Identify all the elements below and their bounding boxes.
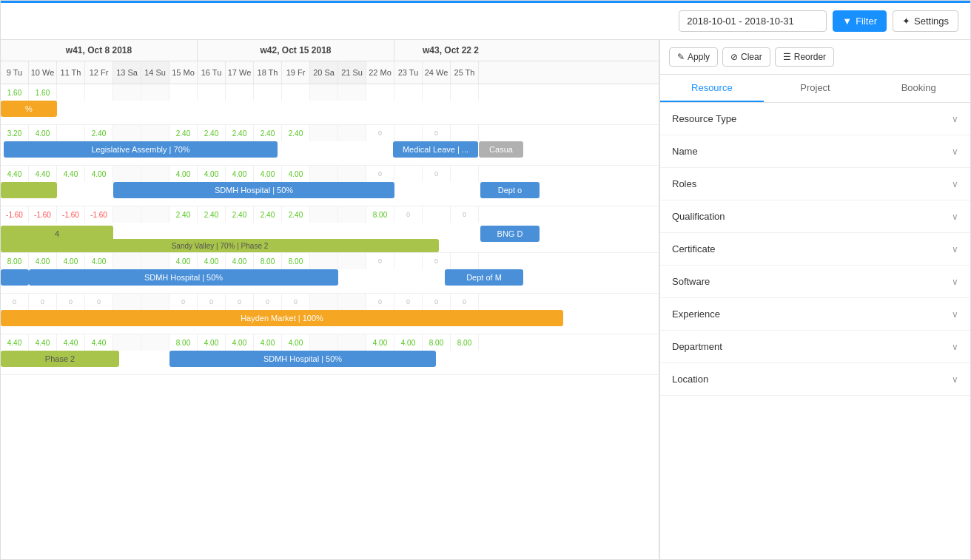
week-cell-w41: w41, Oct 8 2018 <box>1 40 198 61</box>
top-bar: ▼ Filter ✦ Settings <box>1 3 970 40</box>
reorder-button[interactable]: ☰ Reorder <box>775 47 834 67</box>
nums-row-4: -1.60 -1.60 -1.60 -1.60 2.40 2.40 2.40 2… <box>1 206 659 223</box>
gantt-row-6: 0 0 0 0 0 0 0 0 0 0 0 0 0 <box>1 294 659 334</box>
nums-row-3: 4.40 4.40 4.40 4.00 4.00 4.00 4.00 4.00 … <box>1 166 659 182</box>
bars-row-7: Phase 2 SDMH Hospital | 50% <box>1 351 659 374</box>
filter-list: Resource Type ∨ Name ∨ Roles ∨ Qualifica… <box>660 103 970 559</box>
day-row: 9 Tu 10 We 11 Th 12 Fr 13 Sa 14 Su 15 Mo… <box>1 61 659 84</box>
bars-row-2: Legislative Assembly | 70% Medical Leave… <box>1 141 659 165</box>
bar-row5-1[interactable] <box>1 269 29 286</box>
day-12fr: 12 Fr <box>85 61 113 84</box>
chevron-down-icon: ∨ <box>952 212 958 222</box>
filter-item-qualification[interactable]: Qualification ∨ <box>660 200 970 233</box>
gantt-row-7: 4.40 4.40 4.40 4.40 8.00 4.00 4.00 4.00 … <box>1 334 659 375</box>
settings-button[interactable]: ✦ Settings <box>893 10 958 32</box>
bar-row4-bng[interactable]: BNG D <box>480 226 540 242</box>
right-panel: ✎ Apply ⊘ Clear ☰ Reorder Resource P <box>659 40 970 559</box>
bar-row5-sdmh[interactable]: SDMH Hospital | 50% <box>29 269 338 286</box>
bars-row-6: Hayden Market | 100% <box>1 310 659 334</box>
tab-resource[interactable]: Resource <box>660 75 764 102</box>
filter-item-experience[interactable]: Experience ∨ <box>660 298 970 331</box>
day-15mo: 15 Mo <box>169 61 198 84</box>
settings-icon: ✦ <box>902 16 910 27</box>
apply-button[interactable]: ✎ Apply <box>669 47 718 67</box>
gantt-body: 1.60 1.60 % <box>1 84 659 559</box>
bar-row3-dept[interactable]: Dept o <box>480 182 540 198</box>
gantt-row-2: 3.20 4.00 2.40 2.40 2.40 2.40 2.40 2.40 … <box>1 125 659 166</box>
filter-actions: ✎ Apply ⊘ Clear ☰ Reorder <box>660 40 970 75</box>
tab-booking[interactable]: Booking <box>867 75 970 102</box>
bar-row2-medical[interactable]: Medical Leave | ... <box>393 141 478 158</box>
day-18th: 18 Th <box>254 61 282 84</box>
week-cell-w43: w43, Oct 22 2 <box>394 40 507 61</box>
date-range-input[interactable] <box>679 10 827 32</box>
bar-row1-1[interactable]: % <box>1 101 57 117</box>
chevron-down-icon: ∨ <box>952 374 958 385</box>
nums-row-2: 3.20 4.00 2.40 2.40 2.40 2.40 2.40 2.40 … <box>1 125 659 141</box>
day-10we: 10 We <box>29 61 57 84</box>
bar-row5-dept[interactable]: Dept of M <box>445 269 523 286</box>
tab-project[interactable]: Project <box>764 75 867 102</box>
day-16tu: 16 Tu <box>198 61 226 84</box>
day-24we: 24 We <box>423 61 451 84</box>
filter-icon: ▼ <box>842 16 852 27</box>
bar-row4-sandy[interactable]: Sandy Valley | 70% | Phase 2 <box>1 239 439 252</box>
filter-item-resource-type[interactable]: Resource Type ∨ <box>660 103 970 135</box>
nums-row-7: 4.40 4.40 4.40 4.40 8.00 4.00 4.00 4.00 … <box>1 334 659 351</box>
filter-button[interactable]: ▼ Filter <box>833 10 887 32</box>
bar-row2-legislative[interactable]: Legislative Assembly | 70% <box>4 141 278 158</box>
filter-item-location[interactable]: Location ∨ <box>660 363 970 396</box>
chevron-down-icon: ∨ <box>952 342 958 352</box>
reorder-icon: ☰ <box>783 52 791 62</box>
chevron-down-icon: ∨ <box>952 146 958 157</box>
day-23tu: 23 Tu <box>394 61 423 84</box>
apply-icon: ✎ <box>677 52 685 62</box>
clear-icon: ⊘ <box>730 52 738 62</box>
gantt-row-4: -1.60 -1.60 -1.60 -1.60 2.40 2.40 2.40 2… <box>1 206 659 253</box>
gantt-row-1: 1.60 1.60 % <box>1 84 659 125</box>
filter-tabs: Resource Project Booking <box>660 75 970 103</box>
filter-item-department[interactable]: Department ∨ <box>660 331 970 363</box>
chevron-down-icon: ∨ <box>952 277 958 287</box>
chevron-down-icon: ∨ <box>952 244 958 254</box>
main-content: w41, Oct 8 2018 w42, Oct 15 2018 w43, Oc… <box>1 40 970 559</box>
chevron-down-icon: ∨ <box>952 114 958 124</box>
bar-row3-green[interactable] <box>1 182 57 198</box>
week-cell-w42: w42, Oct 15 2018 <box>198 40 394 61</box>
gantt-row-5: 8.00 4.00 4.00 4.00 4.00 4.00 4.00 8.00 … <box>1 253 659 294</box>
day-20sa: 20 Sa <box>310 61 338 84</box>
gantt-row-3: 4.40 4.40 4.40 4.00 4.00 4.00 4.00 4.00 … <box>1 166 659 206</box>
day-22mo: 22 Mo <box>366 61 394 84</box>
nums-row-5: 8.00 4.00 4.00 4.00 4.00 4.00 4.00 8.00 … <box>1 253 659 269</box>
day-19fr: 19 Fr <box>282 61 310 84</box>
app-container: ▼ Filter ✦ Settings w41, Oct 8 2018 w42,… <box>0 0 971 560</box>
day-11th: 11 Th <box>57 61 85 84</box>
gantt-area: w41, Oct 8 2018 w42, Oct 15 2018 w43, Oc… <box>1 40 659 559</box>
gantt-header: w41, Oct 8 2018 w42, Oct 15 2018 w43, Oc… <box>1 40 659 84</box>
nums-row-6: 0 0 0 0 0 0 0 0 0 0 0 0 0 <box>1 294 659 310</box>
bar-row7-sdmh[interactable]: SDMH Hospital | 50% <box>169 351 436 367</box>
day-17we: 17 We <box>226 61 254 84</box>
filter-item-name[interactable]: Name ∨ <box>660 135 970 168</box>
nums-row-1: 1.60 1.60 <box>1 84 659 101</box>
bar-row6-hayden[interactable]: Hayden Market | 100% <box>1 310 563 326</box>
day-25th: 25 Th <box>451 61 479 84</box>
bars-row-4: 4 Sandy Valley | 70% | Phase 2 BNG D <box>1 223 659 252</box>
bars-row-3: SDMH Hospital | 50% Dept o <box>1 182 659 206</box>
clear-button[interactable]: ⊘ Clear <box>722 47 770 67</box>
bar-row7-phase2[interactable]: Phase 2 <box>1 351 119 367</box>
filter-item-roles[interactable]: Roles ∨ <box>660 168 970 200</box>
chevron-down-icon: ∨ <box>952 179 958 189</box>
day-9tu: 9 Tu <box>1 61 29 84</box>
filter-item-certificate[interactable]: Certificate ∨ <box>660 233 970 266</box>
week-row: w41, Oct 8 2018 w42, Oct 15 2018 w43, Oc… <box>1 40 659 61</box>
filter-item-software[interactable]: Software ∨ <box>660 266 970 298</box>
bars-row-5: SDMH Hospital | 50% Dept of M <box>1 269 659 293</box>
day-14su: 14 Su <box>141 61 169 84</box>
bar-row2-casual[interactable]: Casua <box>479 141 523 158</box>
bar-row3-sdmh[interactable]: SDMH Hospital | 50% <box>113 182 394 198</box>
chevron-down-icon: ∨ <box>952 309 958 320</box>
bars-row-1: % <box>1 101 659 124</box>
day-21su: 21 Su <box>338 61 366 84</box>
day-13sa: 13 Sa <box>113 61 141 84</box>
